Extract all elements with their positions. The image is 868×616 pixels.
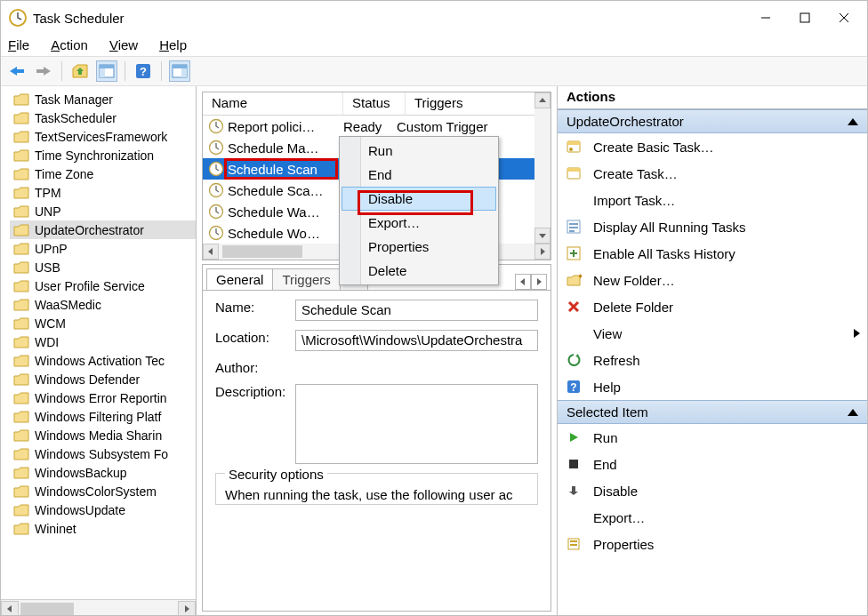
action-item[interactable]: Run — [558, 424, 867, 451]
forward-button[interactable] — [33, 60, 54, 82]
context-menu-item[interactable]: Properties — [342, 235, 496, 259]
tree-hscroll[interactable] — [1, 599, 196, 616]
tree-item[interactable]: Task Manager — [10, 90, 196, 108]
menu-view[interactable]: View — [108, 36, 140, 54]
action-item[interactable]: ✦New Folder… — [558, 267, 867, 293]
tree-item[interactable]: TaskScheduler — [10, 108, 196, 127]
tree-item[interactable]: Windows Activation Tec — [10, 351, 196, 370]
tree-item[interactable]: Windows Filtering Platf — [10, 407, 196, 426]
tree-item-label: Windows Media Sharin — [35, 428, 162, 443]
collapse-icon — [848, 409, 858, 416]
action-item[interactable]: Import Task… — [558, 187, 867, 213]
task-trigger: Custom Trigger — [397, 119, 551, 134]
tab-triggers[interactable]: Triggers — [272, 268, 340, 290]
main-panes: Task ManagerTaskSchedulerTextServicesFra… — [1, 86, 867, 616]
scroll-right-button[interactable] — [178, 601, 196, 617]
scroll-left-button[interactable] — [1, 601, 19, 617]
action-item[interactable]: Display All Running Tasks — [558, 213, 867, 240]
tree-item[interactable]: WindowsUpdate — [10, 500, 196, 519]
tree-item[interactable]: WCM — [10, 314, 196, 332]
tree-item-label: TPM — [35, 186, 61, 200]
menu-file[interactable]: File — [6, 36, 31, 54]
svg-rect-35 — [569, 460, 578, 468]
help-button[interactable]: ? — [133, 60, 154, 82]
context-menu-item[interactable]: Run — [342, 139, 496, 163]
tree-item[interactable]: UpdateOrchestrator — [10, 220, 196, 239]
action-label: Export… — [593, 510, 645, 525]
back-button[interactable] — [6, 60, 28, 82]
action-icon: ✦ — [565, 271, 583, 289]
tree-item[interactable]: Windows Subsystem Fo — [10, 444, 196, 463]
actions-section-updateorchestrator[interactable]: UpdateOrchestrator — [558, 109, 867, 133]
menu-action[interactable]: Action — [49, 36, 90, 54]
action-item[interactable]: Create Basic Task… — [558, 133, 867, 160]
tab-scroll[interactable] — [515, 274, 547, 290]
tree-item[interactable]: WaaSMedic — [10, 295, 196, 314]
action-item[interactable]: Delete Folder — [558, 293, 867, 320]
tree-item[interactable]: Windows Error Reportin — [10, 388, 196, 407]
context-menu-item[interactable]: End — [342, 163, 496, 187]
tree-item-label: Windows Error Reportin — [35, 391, 167, 405]
action-item[interactable]: View — [558, 320, 867, 347]
label-name: Name: — [215, 300, 295, 315]
svg-text:✦: ✦ — [577, 272, 582, 281]
action-item[interactable]: Export… — [558, 504, 867, 531]
svg-rect-38 — [570, 544, 577, 546]
action-item[interactable]: End — [558, 451, 867, 477]
field-description[interactable] — [295, 384, 538, 464]
show-hide-actions-button[interactable] — [169, 60, 190, 82]
tree-item[interactable]: USB — [10, 258, 196, 276]
actions-section-selected-item[interactable]: Selected Item — [558, 400, 867, 424]
col-name[interactable]: Name — [203, 92, 343, 115]
tree-item[interactable]: TPM — [10, 183, 196, 202]
task-status: Ready — [343, 119, 397, 134]
tree-item[interactable]: WindowsColorSystem — [10, 482, 196, 500]
tree-item[interactable]: WDI — [10, 332, 196, 351]
tree-item[interactable]: TextServicesFramework — [10, 127, 196, 146]
action-item[interactable]: Create Task… — [558, 160, 867, 187]
tree-item-label: TaskScheduler — [35, 111, 117, 125]
svg-rect-15 — [181, 68, 187, 77]
action-label: View — [593, 326, 622, 341]
tree-item-label: UpdateOrchestrator — [35, 223, 144, 237]
maximize-button[interactable] — [785, 4, 824, 31]
action-icon — [565, 138, 583, 156]
tree-item[interactable]: UPnP — [10, 239, 196, 258]
svg-rect-37 — [570, 540, 577, 542]
menu-help[interactable]: Help — [157, 36, 189, 54]
tree-item[interactable]: UNP — [10, 202, 196, 220]
action-item[interactable]: Disable — [558, 477, 867, 504]
action-item[interactable]: ?Help — [558, 373, 867, 400]
tree-item[interactable]: Time Zone — [10, 164, 196, 183]
up-button[interactable] — [69, 60, 91, 82]
tree-item[interactable]: Windows Media Sharin — [10, 426, 196, 444]
col-triggers[interactable]: Triggers — [406, 92, 551, 115]
security-legend: Security options — [225, 467, 327, 482]
context-menu[interactable]: RunEndDisableExport…PropertiesDelete — [339, 136, 499, 285]
action-label: Delete Folder — [593, 300, 673, 315]
tree-list[interactable]: Task ManagerTaskSchedulerTextServicesFra… — [1, 86, 196, 599]
minimize-button[interactable] — [746, 4, 785, 31]
action-item[interactable]: Refresh — [558, 347, 867, 373]
tree-item[interactable]: User Profile Service — [10, 276, 196, 295]
svg-point-24 — [569, 148, 573, 151]
task-row[interactable]: Report polici…ReadyCustom Trigger — [203, 116, 551, 137]
action-item[interactable]: Enable All Tasks History — [558, 240, 867, 267]
context-menu-item[interactable]: Disable — [342, 187, 496, 211]
tree-item-label: USB — [35, 260, 60, 275]
close-button[interactable] — [824, 4, 864, 31]
show-hide-tree-button[interactable] — [96, 60, 117, 82]
context-menu-item[interactable]: Export… — [342, 211, 496, 235]
context-menu-item[interactable]: Delete — [342, 259, 496, 283]
action-item[interactable]: Properties — [558, 531, 867, 557]
field-name[interactable]: Schedule Scan — [295, 300, 538, 321]
tasklist-vscroll[interactable] — [534, 92, 551, 244]
tree-item[interactable]: Windows Defender — [10, 370, 196, 388]
tree-item[interactable]: Wininet — [10, 519, 196, 538]
col-status[interactable]: Status — [343, 92, 406, 115]
svg-rect-26 — [567, 168, 580, 172]
tree-item-label: WaaSMedic — [35, 298, 101, 312]
tree-item[interactable]: WindowsBackup — [10, 463, 196, 482]
tree-item[interactable]: Time Synchronization — [10, 146, 196, 164]
tab-general[interactable]: General — [206, 268, 273, 290]
